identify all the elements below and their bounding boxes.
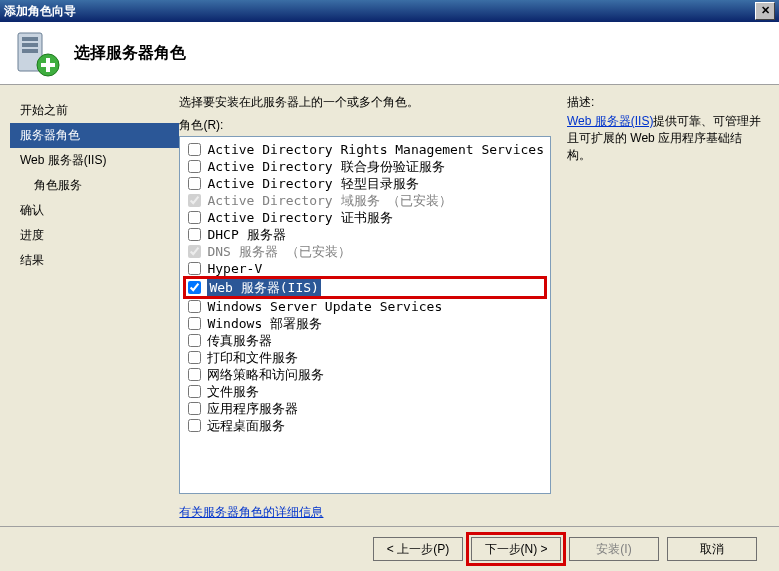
server-plus-icon — [12, 29, 60, 77]
role-checkbox[interactable] — [188, 211, 201, 224]
svg-rect-1 — [22, 37, 38, 41]
role-checkbox[interactable] — [188, 300, 201, 313]
role-row[interactable]: 应用程序服务器 — [184, 400, 546, 417]
role-label: Active Directory Rights Management Servi… — [207, 141, 544, 158]
roles-label: 角色(R): — [179, 117, 551, 134]
sidebar: 开始之前 服务器角色 Web 服务器(IIS) 角色服务 确认 进度 结果 — [10, 94, 179, 521]
role-row[interactable]: Active Directory 联合身份验证服务 — [184, 158, 546, 175]
sidebar-step-confirm[interactable]: 确认 — [10, 198, 179, 223]
role-row[interactable]: Windows Server Update Services — [184, 298, 546, 315]
role-label: Hyper-V — [207, 260, 262, 277]
role-row[interactable]: 远程桌面服务 — [184, 417, 546, 434]
close-button[interactable]: ✕ — [755, 2, 775, 20]
role-row[interactable]: Hyper-V — [184, 260, 546, 277]
description-body: Web 服务器(IIS)提供可靠、可管理并且可扩展的 Web 应用程序基础结构。 — [567, 113, 765, 164]
role-checkbox[interactable] — [188, 317, 201, 330]
role-label: 远程桌面服务 — [207, 417, 285, 434]
role-label: Active Directory 域服务 （已安装） — [207, 192, 452, 209]
sidebar-step-results[interactable]: 结果 — [10, 248, 179, 273]
description-panel: 描述: Web 服务器(IIS)提供可靠、可管理并且可扩展的 Web 应用程序基… — [551, 94, 765, 521]
role-row[interactable]: 打印和文件服务 — [184, 349, 546, 366]
role-row[interactable]: DHCP 服务器 — [184, 226, 546, 243]
role-checkbox[interactable] — [188, 419, 201, 432]
svg-rect-2 — [22, 43, 38, 47]
role-checkbox[interactable] — [188, 228, 201, 241]
role-label: DHCP 服务器 — [207, 226, 285, 243]
role-label: Active Directory 联合身份验证服务 — [207, 158, 444, 175]
more-info-link[interactable]: 有关服务器角色的详细信息 — [179, 504, 551, 521]
role-label: Active Directory 证书服务 — [207, 209, 392, 226]
main-area: 选择要安装在此服务器上的一个或多个角色。 角色(R): Active Direc… — [179, 94, 765, 521]
role-checkbox[interactable] — [188, 402, 201, 415]
role-row: Active Directory 域服务 （已安装） — [184, 192, 546, 209]
role-label: DNS 服务器 （已安装） — [207, 243, 350, 260]
role-label: 应用程序服务器 — [207, 400, 298, 417]
role-row: DNS 服务器 （已安装） — [184, 243, 546, 260]
wizard-window: 添加角色向导 ✕ 选择服务器角色 开始之前 服务器角色 Web 服务器(IIS)… — [0, 0, 779, 571]
sidebar-step-progress[interactable]: 进度 — [10, 223, 179, 248]
body: 开始之前 服务器角色 Web 服务器(IIS) 角色服务 确认 进度 结果 选择… — [0, 84, 779, 527]
install-button: 安装(I) — [569, 537, 659, 561]
titlebar: 添加角色向导 ✕ — [0, 0, 779, 22]
cancel-button[interactable]: 取消 — [667, 537, 757, 561]
role-row[interactable]: Active Directory 轻型目录服务 — [184, 175, 546, 192]
footer: < 上一步(P) 下一步(N) > 安装(I) 取消 — [0, 526, 779, 571]
role-row[interactable]: 传真服务器 — [184, 332, 546, 349]
role-label: Active Directory 轻型目录服务 — [207, 175, 418, 192]
role-checkbox[interactable] — [188, 385, 201, 398]
sidebar-step-iis[interactable]: Web 服务器(IIS) — [10, 148, 179, 173]
sidebar-step-roles[interactable]: 服务器角色 — [10, 123, 179, 148]
page-title: 选择服务器角色 — [74, 43, 186, 64]
role-row[interactable]: 文件服务 — [184, 383, 546, 400]
role-label: Windows 部署服务 — [207, 315, 322, 332]
sidebar-step-before[interactable]: 开始之前 — [10, 98, 179, 123]
sidebar-step-role-services[interactable]: 角色服务 — [10, 173, 179, 198]
role-checkbox[interactable] — [188, 262, 201, 275]
svg-rect-3 — [22, 49, 38, 53]
role-checkbox[interactable] — [188, 351, 201, 364]
role-checkbox[interactable] — [188, 281, 201, 294]
role-checkbox[interactable] — [188, 334, 201, 347]
iis-link[interactable]: Web 服务器(IIS) — [567, 114, 653, 128]
role-label: 网络策略和访问服务 — [207, 366, 324, 383]
window-title: 添加角色向导 — [4, 3, 755, 20]
intro-text: 选择要安装在此服务器上的一个或多个角色。 — [179, 94, 551, 111]
center-column: 选择要安装在此服务器上的一个或多个角色。 角色(R): Active Direc… — [179, 94, 551, 521]
role-row[interactable]: Active Directory 证书服务 — [184, 209, 546, 226]
role-row[interactable]: Active Directory Rights Management Servi… — [184, 141, 546, 158]
description-title: 描述: — [567, 94, 765, 111]
role-checkbox[interactable] — [188, 177, 201, 190]
role-checkbox[interactable] — [188, 143, 201, 156]
role-checkbox — [188, 194, 201, 207]
role-checkbox[interactable] — [188, 160, 201, 173]
role-label: 文件服务 — [207, 383, 259, 400]
next-button[interactable]: 下一步(N) > — [471, 537, 561, 561]
role-row[interactable]: 网络策略和访问服务 — [184, 366, 546, 383]
svg-rect-6 — [41, 63, 55, 67]
role-label: 打印和文件服务 — [207, 349, 298, 366]
header: 选择服务器角色 — [0, 22, 779, 85]
role-label: Web 服务器(IIS) — [207, 279, 320, 296]
role-label: Windows Server Update Services — [207, 298, 442, 315]
roles-listbox[interactable]: Active Directory Rights Management Servi… — [179, 136, 551, 494]
role-checkbox — [188, 245, 201, 258]
role-checkbox[interactable] — [188, 368, 201, 381]
role-label: 传真服务器 — [207, 332, 272, 349]
prev-button[interactable]: < 上一步(P) — [373, 537, 463, 561]
role-row[interactable]: Windows 部署服务 — [184, 315, 546, 332]
role-row[interactable]: Web 服务器(IIS) — [183, 276, 547, 299]
